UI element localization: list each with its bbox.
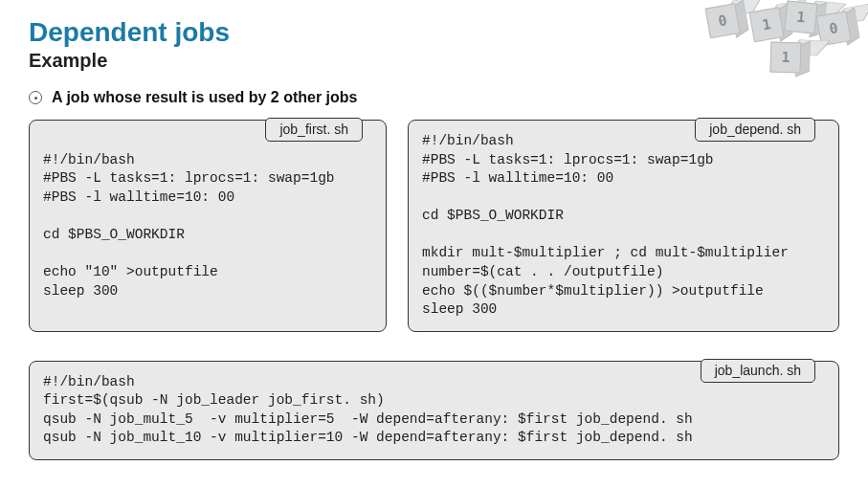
bullet-text: A job whose result is used by 2 other jo… xyxy=(52,89,357,106)
cube-digit: 1 xyxy=(769,41,801,73)
filename-tag: job_launch. sh xyxy=(701,359,815,383)
code-box-job-depend: job_depend. sh#!/bin/bash #PBS -L tasks=… xyxy=(408,120,839,332)
decorative-cubes: 0 1 1 0 1 xyxy=(703,8,857,82)
filename-tag: job_first. sh xyxy=(265,118,363,142)
code-content: #!/bin/bash #PBS -L tasks=1: lprocs=1: s… xyxy=(422,133,789,317)
bullet-icon xyxy=(29,91,42,104)
code-content: #!/bin/bash first=$(qsub -N job_leader j… xyxy=(43,374,693,446)
code-box-job-first: job_first. sh #!/bin/bash #PBS -L tasks=… xyxy=(29,120,387,332)
cube-digit: 1 xyxy=(749,7,785,42)
cube-digit: 1 xyxy=(784,1,817,34)
code-box-job-launch: job_launch. sh#!/bin/bash first=$(qsub -… xyxy=(29,361,839,460)
cube-digit: 0 xyxy=(705,3,741,38)
filename-tag: job_depend. sh xyxy=(695,118,815,142)
bullet-item: A job whose result is used by 2 other jo… xyxy=(29,89,839,106)
code-content: #!/bin/bash #PBS -L tasks=1: lprocs=1: s… xyxy=(43,152,335,299)
